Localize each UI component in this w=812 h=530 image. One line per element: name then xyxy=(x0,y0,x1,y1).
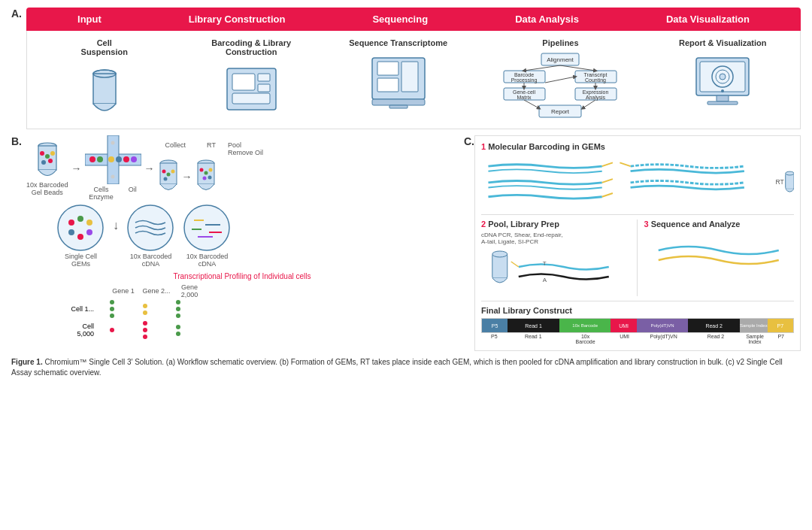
gem-circle-3: 10x BarcodedcDNA xyxy=(183,204,232,268)
svg-point-54 xyxy=(89,156,95,162)
svg-rect-12 xyxy=(372,99,425,105)
svg-line-98 xyxy=(511,262,519,267)
step1-heading: 1 Molecular Barcoding in GEMs xyxy=(481,142,794,151)
section-b-content: 10x BarcodedGel Beads → xyxy=(26,135,458,339)
svg-point-67 xyxy=(163,177,167,180)
section-b-label: B. xyxy=(11,135,22,147)
final-library-title: Final Library Construct xyxy=(481,306,794,315)
lib-sample: Sample Index xyxy=(740,319,768,332)
step1-section: 1 Molecular Barcoding in GEMs xyxy=(481,142,794,210)
step2-sub: cDNA PCR, Shear, End-repair,A-tail, Liga… xyxy=(481,232,632,245)
gene-headers: Gene 1 Gene 2... Gene 2,000 xyxy=(26,283,458,298)
step2-section: 2 Pool, Library Prep cDNA PCR, Shear, En… xyxy=(481,220,638,296)
gene-header-2: Gene 2... xyxy=(141,287,171,295)
step2-number: 2 xyxy=(481,220,486,229)
svg-point-78 xyxy=(86,220,92,226)
rt-tube-svg xyxy=(195,158,217,195)
svg-point-59 xyxy=(131,156,137,162)
gem3-svg xyxy=(183,204,232,253)
chip-diagram: CellsEnzyme Oil xyxy=(85,135,141,201)
bar-item-visualization: Data Visualization xyxy=(666,14,750,25)
library-bar: P5 Read 1 10x Barcode UMI Poly(dT)VN Rea… xyxy=(481,318,794,333)
step2-title: Pool, Library Prep xyxy=(488,220,559,229)
lbl-umi: UMI xyxy=(611,334,638,344)
profiling-section: Transcriptional Profiling of Individual … xyxy=(26,272,458,339)
lbl-p5: P5 xyxy=(481,334,508,344)
svg-text:Gene-cell: Gene-cell xyxy=(513,89,535,95)
lib-read2: Read 2 xyxy=(688,319,740,332)
library-bar-labels: P5 Read 1 10xBarcode UMI Poly(dT)VN Read… xyxy=(481,334,794,344)
step3-heading: 3 Sequence and Analyze xyxy=(644,220,794,229)
svg-rect-10 xyxy=(377,78,398,92)
svg-point-79 xyxy=(68,229,74,235)
step-sequencing-subtitle: Sequence Transcriptome xyxy=(349,38,447,47)
lib-p5: P5 xyxy=(482,319,508,332)
lbl-sample: SampleIndex xyxy=(742,334,768,344)
step-analysis: Pipelines Alignment Barcode Processing xyxy=(476,38,644,120)
svg-text:Barcode: Barcode xyxy=(514,72,534,77)
svg-point-51 xyxy=(48,159,53,163)
step-input-subtitle: CellSuspension xyxy=(81,38,128,56)
svg-line-91 xyxy=(602,193,613,197)
cell1-label: Cell 1... xyxy=(64,305,94,313)
svg-point-73 xyxy=(202,176,206,180)
svg-point-56 xyxy=(108,156,114,162)
oil-label: Oil xyxy=(129,186,137,201)
lib-read1: Read 1 xyxy=(508,319,559,332)
step3-title: Sequence and Analyze xyxy=(651,220,741,229)
svg-rect-4 xyxy=(232,74,255,90)
svg-point-83 xyxy=(184,205,229,250)
arrow-2: → xyxy=(144,162,155,174)
svg-text:Counting: Counting xyxy=(585,77,606,83)
lbl-read2: Read 2 xyxy=(689,334,741,344)
tube-row: → xyxy=(158,158,263,195)
svg-point-49 xyxy=(50,151,55,156)
gem1-svg xyxy=(56,204,105,253)
pipeline-svg: Alignment Barcode Processing Transcript … xyxy=(500,52,620,120)
figure-caption: Figure 1. Chromium™ Single Cell 3′ Solut… xyxy=(11,357,801,378)
svg-rect-5 xyxy=(258,74,270,81)
cell5000-gene3-dots xyxy=(163,325,193,336)
svg-point-72 xyxy=(208,168,212,171)
workflow-steps: CellSuspension Barcoding & LibraryConstr… xyxy=(26,31,801,129)
step-analysis-subtitle: Pipelines xyxy=(542,38,578,47)
arrow-1: → xyxy=(71,162,82,174)
gem3-label: 10x BarcodedcDNA xyxy=(186,253,229,268)
step3-section: 3 Sequence and Analyze xyxy=(644,220,794,296)
gem1-label: Single CellGEMs xyxy=(65,253,97,268)
svg-rect-96 xyxy=(492,254,508,278)
c-divider-2 xyxy=(481,301,794,301)
svg-point-81 xyxy=(77,234,83,240)
svg-point-44 xyxy=(721,89,724,92)
svg-line-90 xyxy=(602,179,613,183)
gem2-svg xyxy=(126,204,175,253)
lbl-read1: Read 1 xyxy=(508,334,559,344)
svg-rect-94 xyxy=(786,174,794,189)
svg-line-32 xyxy=(545,77,575,83)
final-library-section: Final Library Construct P5 Read 1 10x Ba… xyxy=(481,306,794,344)
svg-point-76 xyxy=(68,220,74,226)
step-visualization: Report & Visualization xyxy=(654,38,792,112)
svg-point-48 xyxy=(45,154,50,159)
svg-line-31 xyxy=(560,65,595,71)
svg-point-74 xyxy=(208,175,211,179)
profiling-title: Transcriptional Profiling of Individual … xyxy=(26,272,458,280)
section-b-wrapper: B. xyxy=(11,135,458,351)
bar-item-sequencing: Sequencing xyxy=(372,14,428,25)
collect-tube-svg xyxy=(158,158,179,195)
section-c-content: 1 Molecular Barcoding in GEMs xyxy=(474,135,801,351)
svg-line-35 xyxy=(524,100,539,108)
step-visualization-subtitle: Report & Visualization xyxy=(679,38,767,47)
svg-point-66 xyxy=(171,169,174,173)
svg-line-36 xyxy=(583,100,595,108)
lib-barcode: 10x Barcode xyxy=(559,319,611,332)
step-sequencing: Sequence Transcriptome xyxy=(329,38,467,112)
cell5000-label: Cell 5,000 xyxy=(64,323,94,338)
gem-circle-1: Single CellGEMs xyxy=(56,204,105,268)
lib-p7: P7 xyxy=(768,319,793,332)
svg-point-71 xyxy=(204,171,208,174)
chip-svg xyxy=(85,135,141,184)
svg-point-50 xyxy=(41,160,46,165)
bead-tube: 10x BarcodedGel Beads xyxy=(26,140,68,196)
sequencer-icon-container xyxy=(368,52,429,112)
